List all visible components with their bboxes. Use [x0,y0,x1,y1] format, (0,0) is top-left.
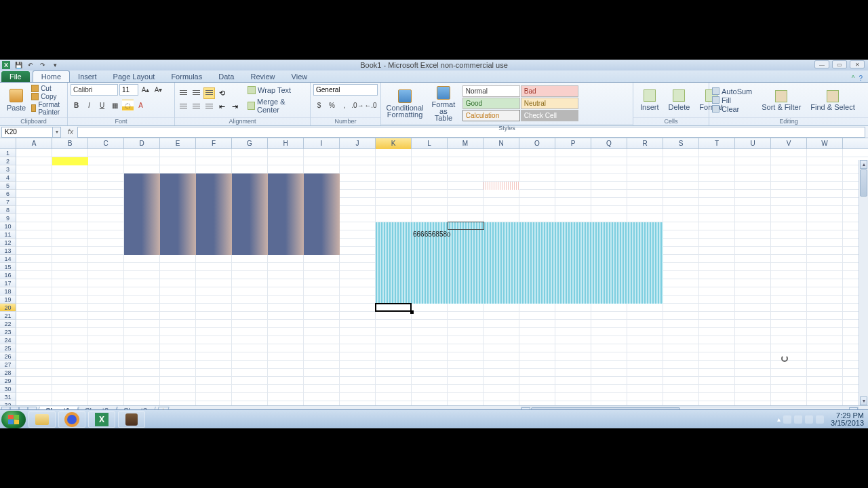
col-header-I[interactable]: I [304,138,340,149]
font-name-select[interactable]: Calibri [71,84,118,96]
paste-button[interactable]: Paste [3,87,30,113]
decrease-indent-button[interactable]: ⇤ [216,101,228,113]
row-header-31[interactable]: 31 [0,393,16,401]
minimize-button[interactable]: — [814,60,829,68]
row-header-28[interactable]: 28 [0,369,16,377]
merge-center-button[interactable]: Merge & Center [245,97,307,115]
row-header-9[interactable]: 9 [0,214,16,222]
col-header-B[interactable]: B [52,138,88,149]
col-header-R[interactable]: R [627,138,663,149]
vscroll-thumb[interactable] [860,169,867,197]
name-box-dropdown[interactable]: ▾ [53,127,61,138]
row-header-17[interactable]: 17 [0,279,16,287]
decrease-font-icon[interactable]: A▾ [153,84,164,96]
row-header-29[interactable]: 29 [0,377,16,385]
col-header-H[interactable]: H [268,138,304,149]
row-header-14[interactable]: 14 [0,255,16,263]
close-button[interactable]: ✕ [850,60,865,68]
help-icon[interactable]: ? [859,75,863,82]
row-header-11[interactable]: 11 [0,230,16,239]
align-bottom-button[interactable] [203,87,215,99]
col-header-V[interactable]: V [771,138,807,149]
tab-pagelayout[interactable]: Page Layout [105,71,163,82]
row-header-12[interactable]: 12 [0,239,16,247]
row-header-22[interactable]: 22 [0,320,16,328]
save-icon[interactable]: 💾 [14,61,22,69]
align-top-button[interactable] [178,87,189,99]
increase-indent-button[interactable]: ⇥ [229,101,241,113]
col-header-D[interactable]: D [124,138,160,149]
style-good[interactable]: Good [462,98,520,109]
col-header-F[interactable]: F [196,138,232,149]
scroll-up-button[interactable]: ▴ [860,160,867,169]
row-header-23[interactable]: 23 [0,328,16,336]
border-button[interactable]: ▦ [109,100,121,111]
cell-styles-gallery[interactable]: Normal Bad Good Neutral Calculation Chec… [461,84,630,123]
row-header-4[interactable]: 4 [0,174,16,182]
tab-formulas[interactable]: Formulas [163,71,210,82]
tab-review[interactable]: Review [242,71,283,82]
col-header-T[interactable]: T [699,138,735,149]
style-check-cell[interactable]: Check Cell [521,110,578,121]
copy-button[interactable]: Copy [31,93,64,100]
font-size-select[interactable]: 11 [119,84,138,96]
col-header-J[interactable]: J [340,138,376,149]
col-header-E[interactable]: E [160,138,196,149]
tray-show-hidden-icon[interactable]: ▴ [777,415,781,423]
align-center-button[interactable] [191,101,202,113]
row-header-13[interactable]: 13 [0,247,16,255]
find-select-button[interactable]: Find & Select [806,89,859,112]
row-header-30[interactable]: 30 [0,385,16,393]
cut-button[interactable]: Cut [31,85,64,92]
autosum-button[interactable]: AutoSum [712,87,752,96]
tab-data[interactable]: Data [210,71,242,82]
fx-button[interactable]: fx [65,127,76,137]
percent-button[interactable]: % [326,100,338,111]
row-header-25[interactable]: 25 [0,344,16,352]
col-header-M[interactable]: M [448,138,484,149]
fill-button[interactable]: Fill [712,96,752,104]
taskbar-excel[interactable]: X [88,411,115,428]
row-header-19[interactable]: 19 [0,296,16,304]
tray-icon-1[interactable] [783,415,791,424]
delete-cells-button[interactable]: Delete [665,88,694,113]
clear-button[interactable]: Clear [712,105,752,113]
style-neutral[interactable]: Neutral [521,98,578,109]
conditional-formatting-button[interactable]: Conditional Formatting [384,88,426,119]
col-header-O[interactable]: O [519,138,555,149]
row-header-18[interactable]: 18 [0,287,16,296]
format-as-table-button[interactable]: Format as Table [427,85,460,123]
style-bad[interactable]: Bad [521,85,578,97]
comma-button[interactable]: , [339,100,351,111]
tab-home[interactable]: Home [33,70,70,82]
number-format-select[interactable]: General [313,84,378,96]
col-header-L[interactable]: L [412,138,448,149]
tray-icon-2[interactable] [794,415,802,424]
row-header-20[interactable]: 20 [0,304,16,312]
select-all-corner[interactable] [0,138,16,148]
col-header-G[interactable]: G [232,138,268,149]
sort-filter-button[interactable]: Sort & Filter [757,89,805,112]
fill-handle[interactable] [410,310,414,314]
format-painter-button[interactable]: Format Painter [31,101,64,116]
tab-view[interactable]: View [283,71,316,82]
maximize-button[interactable]: ▭ [832,60,847,68]
col-header-Q[interactable]: Q [591,138,627,149]
col-header-N[interactable]: N [484,138,519,149]
col-header-C[interactable]: C [88,138,124,149]
taskbar-firefox[interactable] [58,411,85,428]
cells-area[interactable]: 666656858o [16,149,868,405]
vertical-scrollbar[interactable]: ▴ ▾ [859,160,868,405]
scroll-down-button[interactable]: ▾ [860,396,867,405]
col-header-K[interactable]: K [376,138,412,149]
row-header-15[interactable]: 15 [0,263,16,271]
row-header-8[interactable]: 8 [0,206,16,214]
bold-button[interactable]: B [71,100,82,111]
taskbar-explorer[interactable] [28,411,56,428]
col-header-W[interactable]: W [807,138,843,149]
wrap-text-button[interactable]: Wrap Text [245,85,307,95]
taskbar-app[interactable] [118,411,145,428]
style-normal[interactable]: Normal [462,85,520,97]
tray-volume-icon[interactable] [816,415,824,424]
increase-font-icon[interactable]: A▴ [140,84,151,96]
